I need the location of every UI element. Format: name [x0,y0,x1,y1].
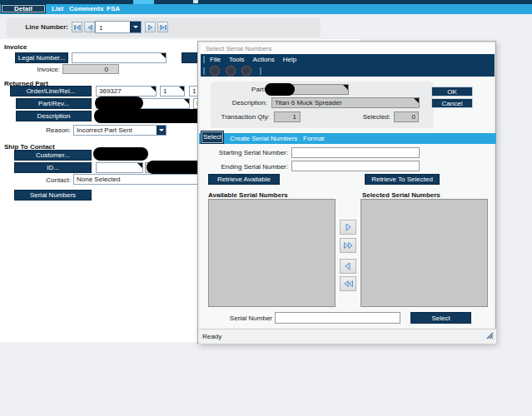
invoice-label: Invoice: [18,64,60,75]
line-number-dropdown-icon[interactable] [130,22,141,32]
selected-serials-listbox[interactable] [360,199,488,307]
status-text: Ready [202,333,221,340]
toolbar-grip-2 [260,67,261,75]
dialog-menu-bar: File Tools Actions Help [201,54,495,65]
legal-number-button[interactable]: Legal Number... [15,52,68,63]
toolbar-grip [203,67,205,75]
toolbar-disabled-icon-2 [226,66,236,76]
serial-number-label: Serial Number [226,313,272,324]
reason-combo[interactable]: Incorrect Part Sent [73,125,167,136]
invoice-number-field: 0 [62,64,119,74]
move-left-button[interactable] [340,259,356,274]
part-number-redaction [95,97,143,110]
line-number-label: Line Number: [7,22,68,32]
description-button[interactable]: Description [16,111,92,121]
ending-serial-input[interactable] [291,161,420,171]
customer-redaction [93,147,148,161]
order-line-rel-button[interactable]: Order/Line/Rel... [10,86,92,97]
serial-number-input[interactable] [275,312,400,324]
selected-qty-label: Selected: [357,111,390,122]
cancel-button[interactable]: Cancel [431,98,473,108]
retrieve-to-selected-button[interactable]: Retrieve To Selected [365,174,440,185]
previous-record-button[interactable] [84,22,95,32]
part-rev-button[interactable]: Part/Rev... [16,98,92,109]
starting-serial-label: Starting Serial Number: [205,147,288,158]
contact-label: Contact: [29,175,71,186]
part-redaction [265,83,295,96]
ok-button[interactable]: OK [431,87,473,97]
description-dialog-field: Titan 6 Muck Spreader [271,97,420,108]
reason-label: Reason: [29,125,71,136]
part-label: Part: [231,84,266,95]
legal-number-field[interactable] [72,52,167,63]
menu-help[interactable]: Help [283,56,296,63]
retrieve-available-button[interactable]: Retrieve Available [208,174,280,185]
menu-file[interactable]: File [210,56,221,63]
next-record-button[interactable] [145,22,156,32]
dialog-toolbar [201,65,495,77]
transaction-qty-label: Transaction Qty: [211,111,270,122]
move-all-left-button[interactable] [340,276,356,291]
reason-value: Incorrect Part Sent [77,126,132,135]
starting-serial-input[interactable] [291,147,420,158]
first-record-button[interactable] [72,22,82,32]
line-number-value: 1 [99,22,102,33]
next-record-icon [147,23,155,32]
tab-list[interactable]: List [52,4,63,14]
selected-list-label: Selected Serial Numbers [362,191,440,199]
select-button[interactable]: Select [410,312,471,324]
screen: Detail List Comments FSA Line Number: 1 … [0,0,532,416]
menu-tools[interactable]: Tools [229,56,245,63]
available-list-label: Available Serial Numbers [208,191,288,199]
available-serials-listbox[interactable] [208,199,336,307]
line-number-combo[interactable]: 1 [95,21,142,33]
menu-grip [203,56,205,63]
tab-fsa[interactable]: FSA [107,4,120,14]
serial-numbers-button[interactable]: Serial Numbers [14,190,92,201]
ending-serial-label: Ending Serial Number: [208,161,288,172]
description-dialog-label: Description: [216,97,267,108]
id-field[interactable] [96,162,143,173]
order-line-field[interactable]: 1 [160,86,185,97]
tab-create-serial-numbers[interactable]: Create Serial Numbers [230,133,297,144]
arrow-double-right-icon [343,240,354,250]
id-button[interactable]: ID... [14,162,92,173]
tab-detail[interactable]: Detail [1,4,46,13]
reason-dropdown-icon[interactable] [157,126,166,135]
tab-comments[interactable]: Comments [69,4,103,14]
resize-grip-icon[interactable] [486,332,494,341]
order-number-field[interactable]: 369327 [96,86,157,97]
top-strip-mark [193,0,198,3]
arrow-double-left-icon [343,279,354,289]
first-record-icon [73,23,82,32]
last-record-icon [159,23,167,32]
menu-actions[interactable]: Actions [253,56,275,63]
line-number-panel: Line Number: 1 [7,17,321,37]
selected-qty-field: 0 [394,111,419,122]
invoice-group-header: Invoice [4,43,27,51]
tab-format[interactable]: Format [303,133,324,144]
previous-record-icon [86,23,94,32]
transaction-qty-field: 1 [274,111,301,122]
dialog-title-bar[interactable]: Select Serial Numbers [201,43,495,54]
dialog-status-bar: Ready [199,329,496,344]
move-right-button[interactable] [340,220,356,235]
arrow-right-icon [343,222,353,232]
toolbar-disabled-icon-1 [210,66,220,76]
customer-button[interactable]: Customer... [14,150,92,161]
last-record-button[interactable] [157,22,168,32]
move-all-right-button[interactable] [340,238,356,253]
tab-select[interactable]: Select [201,131,224,144]
select-serial-numbers-dialog: Select Serial Numbers File Tools Actions… [197,41,496,344]
arrow-left-icon [343,261,353,271]
toolbar-disabled-icon-3 [241,66,251,76]
